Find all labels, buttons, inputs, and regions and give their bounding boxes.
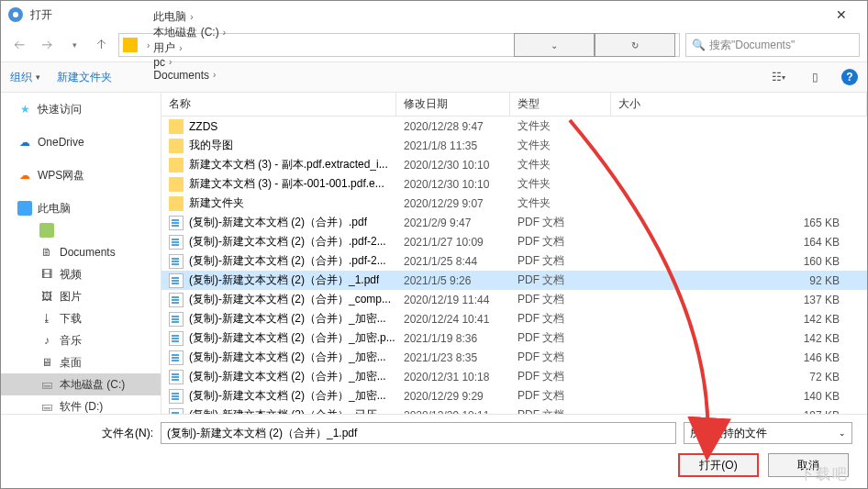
folder-icon: [169, 196, 184, 211]
music-icon: ♪: [39, 333, 54, 348]
close-icon[interactable]: ✕: [823, 7, 860, 22]
sidebar-item-music[interactable]: ♪音乐: [1, 329, 161, 351]
nav-back-icon[interactable]: 🡠: [8, 34, 30, 56]
drive-icon: 🖴: [39, 399, 54, 414]
table-row[interactable]: (复制)-新建文本文档 (2)（合并）.pdf-2...2021/1/25 8:…: [161, 251, 867, 271]
pdf-icon: [169, 312, 184, 327]
table-row[interactable]: 新建文本文档 (3) - 副本-001-001.pdf.e...2020/12/…: [161, 174, 867, 194]
pdf-icon: [169, 235, 184, 250]
sidebar-item-onedrive[interactable]: ☁OneDrive: [1, 131, 161, 153]
pdf-icon: [169, 254, 184, 269]
sidebar-item-wps[interactable]: ☁WPS网盘: [1, 164, 161, 186]
app-icon: [8, 7, 23, 22]
table-row[interactable]: (复制)-新建文本文档 (2)（合并）_加密.p...2021/1/19 8:3…: [161, 328, 867, 348]
table-row[interactable]: (复制)-新建文本文档 (2)（合并）_已压缩...2020/12/29 10:…: [161, 406, 867, 414]
pdf-icon: [169, 370, 184, 384]
address-bar[interactable]: › 此电脑›本地磁盘 (C:)›用户›pc›Documents› ⌄ ↻: [118, 33, 680, 57]
table-row[interactable]: 新建文本文档 (3) - 副本.pdf.extracted_i...2020/1…: [161, 155, 867, 174]
folder-icon: [169, 139, 184, 153]
sidebar: ★快速访问 ☁OneDrive ☁WPS网盘 此电脑 🗎Documents 🎞视…: [1, 93, 161, 414]
folder-icon: [123, 38, 138, 52]
column-size[interactable]: 大小: [611, 93, 867, 116]
download-icon: ⭳: [39, 311, 54, 326]
sidebar-item-thispc[interactable]: 此电脑: [1, 197, 161, 219]
chevron-down-icon: ⌄: [839, 428, 846, 438]
file-type-filter[interactable]: 所有支持的文件⌄: [684, 422, 852, 444]
preview-pane-icon[interactable]: ▯: [805, 67, 825, 87]
cloud-icon: ☁: [17, 168, 32, 183]
sidebar-item-quick[interactable]: ★快速访问: [1, 98, 161, 120]
sidebar-item-downloads[interactable]: ⭳下载: [1, 307, 161, 329]
video-icon: 🎞: [39, 267, 54, 282]
table-row[interactable]: ZZDS2020/12/28 9:47文件夹: [161, 117, 867, 136]
column-name[interactable]: 名称: [161, 93, 396, 116]
search-input[interactable]: 🔍 搜索"Documents": [685, 33, 860, 57]
filename-input[interactable]: [161, 422, 676, 444]
cloud-icon: ☁: [17, 135, 32, 150]
chevron-down-icon[interactable]: ▾: [63, 34, 85, 56]
sidebar-item-video[interactable]: 🎞视频: [1, 263, 161, 285]
star-icon: ★: [17, 102, 32, 117]
breadcrumb-item[interactable]: Documents›: [153, 69, 229, 82]
sidebar-item-lib[interactable]: [1, 219, 161, 241]
cancel-button[interactable]: 取消: [768, 453, 849, 477]
drive-icon: 🖴: [39, 377, 54, 392]
pdf-icon: [169, 293, 184, 307]
table-row[interactable]: 新建文件夹2020/12/29 9:07文件夹: [161, 194, 867, 213]
pc-icon: [17, 201, 32, 216]
folder-icon: [169, 158, 184, 172]
sidebar-item-pictures[interactable]: 🖼图片: [1, 285, 161, 307]
sidebar-item-documents[interactable]: 🗎Documents: [1, 241, 161, 263]
table-row[interactable]: 我的导图2021/1/8 11:35文件夹: [161, 136, 867, 155]
sidebar-item-drive-d[interactable]: 🖴软件 (D:): [1, 395, 161, 414]
table-row[interactable]: (复制)-新建文本文档 (2)（合并）_comp...2020/12/19 11…: [161, 290, 867, 309]
column-date[interactable]: 修改日期: [396, 93, 510, 116]
chevron-down-icon[interactable]: ⌄: [514, 33, 595, 57]
sidebar-item-drive-c[interactable]: 🖴本地磁盘 (C:): [1, 373, 161, 395]
pdf-icon: [169, 216, 184, 230]
table-row[interactable]: (复制)-新建文本文档 (2)（合并）_加密...2020/12/24 10:4…: [161, 309, 867, 328]
table-row[interactable]: (复制)-新建文本文档 (2)（合并）.pdf-2...2021/1/27 10…: [161, 232, 867, 251]
picture-icon: 🖼: [39, 289, 54, 304]
column-headers[interactable]: 名称 修改日期 类型 大小: [161, 93, 867, 117]
pdf-icon: [169, 331, 184, 346]
column-type[interactable]: 类型: [510, 93, 611, 116]
library-icon: [39, 223, 54, 238]
search-icon: 🔍: [692, 39, 706, 51]
breadcrumb-item[interactable]: 本地磁盘 (C:)›: [153, 25, 229, 40]
organize-button[interactable]: 组织 ▾: [10, 70, 40, 85]
open-button[interactable]: 打开(O): [678, 453, 759, 477]
help-icon[interactable]: ?: [841, 69, 858, 85]
breadcrumb-item[interactable]: pc›: [153, 56, 229, 69]
pdf-icon: [169, 350, 184, 365]
document-icon: 🗎: [39, 245, 54, 260]
pdf-icon: [169, 389, 184, 404]
table-row[interactable]: (复制)-新建文本文档 (2)（合并）.pdf2021/2/9 9:47PDF …: [161, 213, 867, 232]
nav-forward-icon[interactable]: 🡢: [36, 34, 58, 56]
folder-icon: [169, 119, 184, 134]
window-title: 打开: [30, 7, 823, 23]
sidebar-item-desktop[interactable]: 🖥桌面: [1, 351, 161, 373]
refresh-icon[interactable]: ↻: [595, 33, 675, 57]
desktop-icon: 🖥: [39, 355, 54, 370]
breadcrumb-item[interactable]: 此电脑›: [153, 9, 229, 25]
pdf-icon: [169, 273, 184, 288]
folder-icon: [169, 177, 184, 192]
file-list: ZZDS2020/12/28 9:47文件夹我的导图2021/1/8 11:35…: [161, 117, 867, 414]
breadcrumb-item[interactable]: 用户›: [153, 40, 229, 56]
filename-label: 文件名(N):: [16, 426, 153, 441]
table-row[interactable]: (复制)-新建文本文档 (2)（合并）_加密...2020/12/29 9:29…: [161, 386, 867, 406]
table-row[interactable]: (复制)-新建文本文档 (2)（合并）_加密...2020/12/31 10:1…: [161, 367, 867, 386]
nav-up-icon[interactable]: 🡡: [91, 34, 113, 56]
view-icon[interactable]: ☷ ▾: [768, 67, 788, 87]
table-row[interactable]: (复制)-新建文本文档 (2)（合并）_加密...2021/1/23 8:35P…: [161, 348, 867, 367]
table-row[interactable]: (复制)-新建文本文档 (2)（合并）_1.pdf2021/1/5 9:26PD…: [161, 271, 867, 290]
new-folder-button[interactable]: 新建文件夹: [57, 70, 112, 85]
